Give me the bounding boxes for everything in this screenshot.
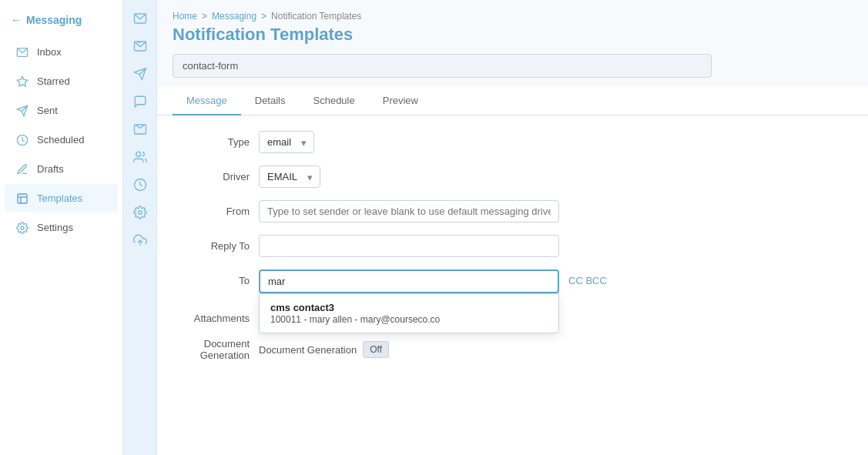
sent-icon bbox=[15, 103, 29, 117]
star-icon bbox=[15, 74, 29, 88]
driver-select-wrapper: EMAIL SMS PUSH bbox=[259, 166, 320, 188]
clock-icon bbox=[15, 132, 29, 146]
breadcrumb-current: Notification Templates bbox=[271, 11, 361, 22]
icon-col-gear[interactable] bbox=[128, 200, 152, 225]
sidebar-item-scheduled[interactable]: Scheduled bbox=[5, 125, 118, 153]
from-label: From bbox=[173, 200, 250, 217]
doc-gen-label-top: Document bbox=[204, 338, 250, 350]
sidebar-item-drafts-label: Drafts bbox=[37, 163, 64, 175]
icon-column bbox=[123, 0, 157, 455]
sidebar-item-sent-label: Sent bbox=[37, 105, 58, 116]
from-row: From bbox=[173, 200, 853, 222]
autocomplete-item-0[interactable]: cms contact3 100011 - mary allen - mary@… bbox=[260, 294, 558, 333]
doc-gen-field: Document Generation Off bbox=[259, 341, 389, 358]
autocomplete-dropdown: cms contact3 100011 - mary allen - mary@… bbox=[259, 293, 559, 333]
doc-gen-inner-label: Document Generation bbox=[259, 344, 357, 356]
svg-point-15 bbox=[136, 152, 140, 156]
icon-col-envelope[interactable] bbox=[128, 6, 152, 31]
type-select[interactable]: email sms push bbox=[259, 131, 314, 153]
icon-col-envelope-star[interactable] bbox=[128, 34, 152, 59]
type-row: Type email sms push bbox=[173, 131, 853, 153]
icon-col-clock[interactable] bbox=[128, 172, 152, 197]
doc-gen-toggle[interactable]: Off bbox=[363, 341, 389, 358]
driver-select[interactable]: EMAIL SMS PUSH bbox=[259, 166, 320, 188]
svg-point-17 bbox=[138, 211, 142, 215]
tab-message[interactable]: Message bbox=[173, 87, 241, 115]
filter-bar bbox=[157, 54, 868, 87]
sidebar-item-inbox[interactable]: Inbox bbox=[5, 38, 118, 65]
to-wrapper: cms contact3 100011 - mary allen - mary@… bbox=[259, 269, 559, 293]
breadcrumb-home[interactable]: Home bbox=[173, 11, 197, 22]
reply-to-row: Reply To bbox=[173, 235, 853, 257]
autocomplete-item-title-0: cms contact3 bbox=[270, 302, 548, 313]
doc-gen-row: Document Generation Document Generation … bbox=[173, 338, 853, 361]
sidebar-item-settings-label: Settings bbox=[37, 222, 73, 233]
to-input[interactable] bbox=[259, 269, 559, 293]
tab-details[interactable]: Details bbox=[241, 87, 300, 115]
icon-col-send[interactable] bbox=[128, 62, 152, 86]
template-icon bbox=[15, 191, 29, 205]
autocomplete-item-sub-0: 100011 - mary allen - mary@courseco.co bbox=[270, 314, 548, 325]
sidebar-item-settings[interactable]: Settings bbox=[5, 213, 118, 241]
filter-input[interactable] bbox=[173, 54, 712, 78]
driver-label: Driver bbox=[173, 166, 250, 182]
draft-icon bbox=[15, 162, 29, 176]
breadcrumb-sep2: > bbox=[261, 11, 266, 22]
breadcrumb-sep1: > bbox=[202, 11, 207, 22]
to-row: To cms contact3 100011 - mary allen - ma… bbox=[173, 269, 853, 293]
breadcrumb: Home > Messaging > Notification Template… bbox=[157, 0, 868, 25]
sidebar-item-templates[interactable]: Templates bbox=[5, 184, 118, 212]
sidebar-header[interactable]: ← Messaging bbox=[0, 6, 122, 37]
tab-schedule[interactable]: Schedule bbox=[300, 87, 369, 115]
sidebar-title: Messaging bbox=[26, 14, 82, 26]
sidebar-item-drafts[interactable]: Drafts bbox=[5, 155, 118, 182]
sidebar-item-inbox-label: Inbox bbox=[37, 46, 62, 58]
page-title: Notification Templates bbox=[157, 25, 868, 54]
icon-col-chat[interactable] bbox=[128, 89, 152, 114]
doc-gen-label-wrap: Document Generation bbox=[173, 338, 250, 361]
attachments-label: Attachments bbox=[173, 307, 250, 324]
sidebar-item-starred[interactable]: Starred bbox=[5, 67, 118, 95]
tab-preview[interactable]: Preview bbox=[369, 87, 432, 115]
tabs: Message Details Schedule Preview bbox=[157, 87, 868, 115]
form-area: Type email sms push Driver EMAIL SMS PUS… bbox=[157, 115, 868, 455]
svg-rect-5 bbox=[18, 194, 27, 203]
sidebar-item-starred-label: Starred bbox=[37, 75, 70, 87]
doc-gen-label-bottom: Generation bbox=[200, 350, 250, 361]
back-arrow-icon[interactable]: ← bbox=[11, 14, 22, 26]
sidebar-item-templates-label: Templates bbox=[37, 192, 82, 204]
breadcrumb-messaging[interactable]: Messaging bbox=[212, 11, 256, 22]
svg-marker-1 bbox=[17, 76, 27, 86]
icon-col-users[interactable] bbox=[128, 145, 152, 169]
type-label: Type bbox=[173, 131, 250, 148]
settings-icon bbox=[15, 220, 29, 234]
inbox-icon bbox=[15, 45, 29, 59]
driver-row: Driver EMAIL SMS PUSH bbox=[173, 166, 853, 188]
reply-to-label: Reply To bbox=[173, 235, 250, 252]
svg-rect-14 bbox=[134, 125, 146, 134]
to-label: To bbox=[173, 269, 250, 286]
sidebar-item-scheduled-label: Scheduled bbox=[37, 134, 84, 146]
sidebar-item-sent[interactable]: Sent bbox=[5, 96, 118, 124]
from-input[interactable] bbox=[259, 200, 559, 222]
reply-to-input[interactable] bbox=[259, 235, 559, 257]
sidebar: ← Messaging Inbox Starred Sent Scheduled… bbox=[0, 0, 123, 455]
type-select-wrapper: email sms push bbox=[259, 131, 314, 153]
main-content: Home > Messaging > Notification Template… bbox=[157, 0, 868, 455]
cc-bcc-button[interactable]: CC BCC bbox=[568, 269, 607, 286]
svg-point-8 bbox=[21, 226, 24, 229]
icon-col-cloud[interactable] bbox=[128, 228, 152, 253]
icon-col-envelope-open[interactable] bbox=[128, 117, 152, 142]
